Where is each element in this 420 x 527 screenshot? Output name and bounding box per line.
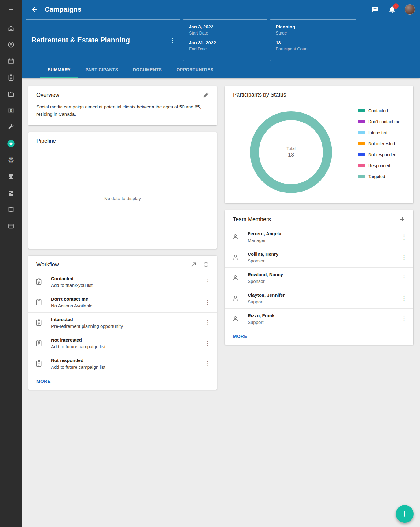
- member-menu[interactable]: ⋮: [400, 253, 408, 262]
- workflow-card: Workflow Contacted Ad: [28, 256, 217, 390]
- legend-swatch: [358, 153, 365, 156]
- person-icon: [232, 315, 240, 322]
- start-date-field: Jan 3, 2022 Start Date: [189, 24, 261, 35]
- workflow-more-link[interactable]: MORE: [36, 379, 51, 384]
- workflow-row-menu[interactable]: ⋮: [203, 277, 212, 286]
- team-members-title: Team Members: [233, 216, 393, 223]
- legend-label: Interested: [368, 130, 387, 135]
- sidebar-item-quotes[interactable]: 5: [4, 103, 18, 118]
- legend-item: Interested: [358, 127, 405, 138]
- clipboard-lines-icon: [35, 278, 43, 285]
- record-title-box: Retirement & Estate Planning ⋮: [26, 19, 180, 61]
- open-workflow-button[interactable]: [190, 261, 197, 268]
- tab-summary[interactable]: SUMMARY: [40, 62, 78, 78]
- wrench-icon: [7, 123, 15, 131]
- back-button[interactable]: [31, 5, 39, 13]
- sync-status-icon[interactable]: [203, 261, 209, 268]
- add-record-fab[interactable]: [396, 505, 414, 523]
- chat-icon: [371, 5, 379, 13]
- clipboard-lines-icon: [35, 319, 43, 326]
- record-kebab-menu[interactable]: ⋮: [168, 36, 177, 45]
- legend-swatch: [358, 175, 365, 178]
- left-column: Overview Social media campaign aimed at …: [28, 86, 217, 390]
- record-stage-box: Planning Stage 18 Participant Count: [270, 19, 356, 61]
- workflow-row: Don't contact me No Actions Available ⋮: [28, 292, 217, 313]
- add-team-member-button[interactable]: [399, 216, 406, 223]
- tab-documents[interactable]: DOCUMENTS: [126, 62, 169, 78]
- member-name: Collins, Henry: [248, 251, 400, 257]
- team-more-link[interactable]: MORE: [233, 334, 247, 339]
- team-member-row: Rizzo, Frank Support ⋮: [225, 309, 413, 329]
- sidebar-item-calendar[interactable]: [4, 54, 18, 68]
- stage-field: Planning Stage: [276, 24, 351, 35]
- workflow-row-menu[interactable]: ⋮: [203, 298, 212, 306]
- start-date-label: Start Date: [189, 31, 261, 35]
- workflow-row-menu[interactable]: ⋮: [203, 359, 212, 368]
- team-member-row: Rowland, Nancy Sponsor ⋮: [225, 268, 413, 288]
- legend-label: Don't contact me: [368, 119, 400, 124]
- sidebar-item-dashboard[interactable]: [4, 186, 18, 200]
- notification-badge: 1: [393, 3, 399, 9]
- workflow-row: Interested Pre-retirement planning oppor…: [28, 313, 217, 333]
- tab-opportunities[interactable]: OPPORTUNITIES: [169, 62, 221, 78]
- donut-chart: Total 18: [250, 111, 332, 193]
- workflow-action: Add to future campaign list: [51, 364, 203, 370]
- person-icon: [232, 254, 240, 261]
- page-title: Campaigns: [45, 5, 361, 13]
- legend-item: Responded: [358, 160, 405, 171]
- sidebar-item-contacts[interactable]: [4, 37, 18, 52]
- member-menu[interactable]: ⋮: [400, 232, 408, 241]
- home-icon: [7, 24, 15, 32]
- member-menu[interactable]: ⋮: [400, 294, 408, 302]
- sidebar-item-accounts[interactable]: [4, 219, 18, 233]
- workflow-action: Pre-retirement planning opportunity: [51, 324, 203, 329]
- sidebar-item-tasks[interactable]: [4, 70, 18, 85]
- legend-label: Contacted: [368, 108, 388, 113]
- legend-label: Not responded: [368, 152, 396, 157]
- sidebar-item-reports[interactable]: [4, 169, 18, 184]
- person-icon: [232, 233, 240, 240]
- sidebar-item-settings[interactable]: ⚙: [4, 153, 18, 167]
- legend-swatch: [358, 164, 365, 167]
- member-role: Sponsor: [248, 279, 400, 284]
- workflow-action: No Actions Available: [51, 303, 203, 308]
- sidebar-item-home[interactable]: [4, 21, 18, 35]
- member-menu[interactable]: ⋮: [400, 273, 408, 282]
- overview-description: Social media campaign aimed at potential…: [28, 102, 217, 125]
- member-menu[interactable]: ⋮: [400, 314, 408, 323]
- workflow-row: Contacted Add to thank-you list ⋮: [28, 272, 217, 292]
- topbar: Campaigns 1: [22, 0, 420, 19]
- sidebar-item-tools[interactable]: [4, 120, 18, 134]
- stage-label: Stage: [276, 31, 351, 35]
- participant-count-label: Participant Count: [276, 46, 351, 51]
- workflow-row-menu[interactable]: ⋮: [203, 339, 212, 347]
- chart-legend: Contacted Don't contact me Interested No…: [358, 105, 405, 182]
- gear-icon: ⚙: [8, 156, 14, 164]
- sidebar-item-library[interactable]: [4, 202, 18, 217]
- edit-overview-button[interactable]: [203, 92, 209, 98]
- member-role: Sponsor: [248, 258, 400, 263]
- user-avatar[interactable]: [405, 4, 415, 15]
- sidebar-item-documents[interactable]: [4, 87, 18, 101]
- dashboard-icon: [7, 189, 15, 197]
- workflow-status: Contacted: [51, 276, 203, 281]
- tab-participants[interactable]: PARTICIPANTS: [78, 62, 125, 78]
- record-dates-box: Jan 3, 2022 Start Date Jan 31, 2022 End …: [183, 19, 267, 61]
- member-role: Support: [248, 299, 400, 304]
- notifications-button[interactable]: 1: [388, 5, 396, 13]
- sidebar-item-campaigns-active[interactable]: [4, 136, 18, 151]
- workflow-row: Not responded Add to future campaign lis…: [28, 353, 217, 374]
- workflow-row-menu[interactable]: ⋮: [203, 318, 212, 327]
- sidebar-menu-button[interactable]: [4, 2, 18, 17]
- end-date-label: End Date: [189, 46, 261, 51]
- person-icon: [232, 274, 240, 281]
- page-header: Campaigns 1 Retirement & Estate Planning…: [22, 0, 420, 78]
- workflow-status: Don't contact me: [51, 296, 203, 302]
- participants-chart-card: Participants by Status Total 18 Contacte…: [225, 86, 413, 203]
- workflow-title: Workflow: [36, 262, 185, 268]
- clipboard-lines-icon: [35, 360, 43, 367]
- participants-chart-title: Participants by Status: [233, 92, 406, 98]
- bar-chart-icon: [7, 173, 15, 180]
- plus-icon: [401, 510, 409, 518]
- chat-button[interactable]: [371, 5, 379, 13]
